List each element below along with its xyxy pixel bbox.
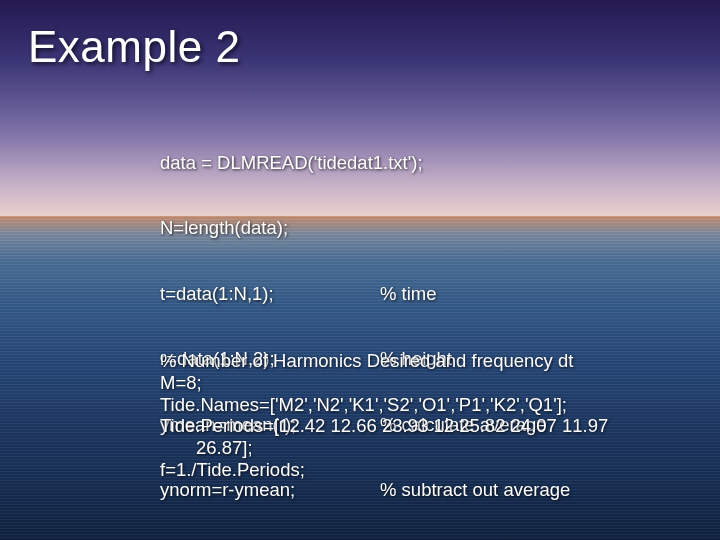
code-line: N=length(data);	[160, 217, 570, 239]
code-block-2: % Number of Harmonics Desired and freque…	[160, 350, 690, 481]
code-line: data = DLMREAD('tidedat1.txt');	[160, 152, 570, 174]
code-line: Tide.Periods=[12.42 12.66 23.93 12 25.82…	[160, 415, 690, 437]
slide: Example 2 data = DLMREAD('tidedat1.txt')…	[0, 0, 720, 540]
code-line: f=1./Tide.Periods;	[160, 459, 690, 481]
slide-title: Example 2	[28, 22, 240, 72]
code-line: Tide.Names=['M2','N2','K1','S2','O1','P1…	[160, 394, 690, 416]
code-line: ynorm=r-ymean;% subtract out average	[160, 479, 570, 501]
code-comment: % Number of Harmonics Desired and freque…	[160, 350, 690, 372]
code-comment: % time	[380, 283, 437, 305]
code-stmt: ynorm=r-ymean;	[160, 479, 380, 501]
code-stmt: t=data(1:N,1);	[160, 283, 380, 305]
code-line: t=data(1:N,1);% time	[160, 283, 570, 305]
code-line-cont: 26.87];	[160, 437, 690, 459]
code-comment: % subtract out average	[380, 479, 570, 501]
code-line: M=8;	[160, 372, 690, 394]
